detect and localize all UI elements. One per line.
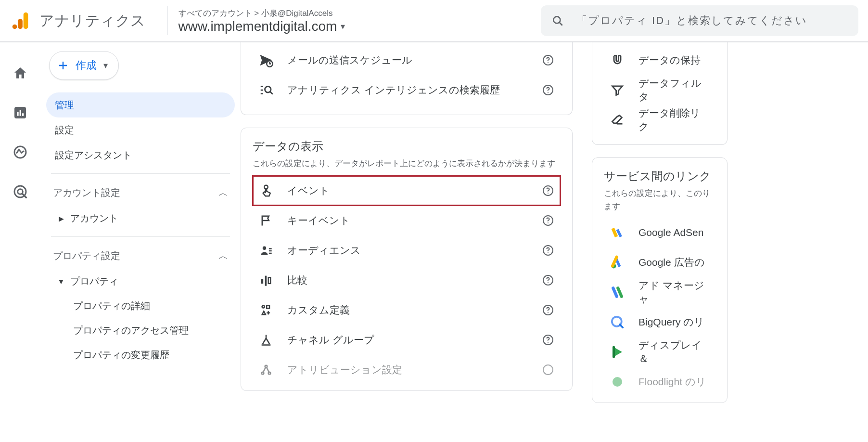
- group-property-header[interactable]: プロパティ設定 ︿: [46, 243, 235, 269]
- svg-point-27: [548, 252, 549, 253]
- svg-point-24: [548, 222, 549, 223]
- svg-point-33: [262, 306, 265, 308]
- search-input[interactable]: 「プロパティ ID」と検索してみてください: [541, 5, 858, 36]
- chevron-up-icon: ︿: [218, 249, 228, 262]
- help-icon[interactable]: [541, 244, 555, 257]
- sidebar-item-property-history[interactable]: プロパティの変更履歴: [46, 343, 235, 367]
- row-bigquery-link[interactable]: BigQuery のリ: [604, 307, 715, 337]
- row-label: データの保持: [638, 53, 710, 67]
- help-icon[interactable]: [541, 53, 555, 67]
- row-data-delete[interactable]: データ削除リク: [604, 105, 715, 135]
- row-data-filter[interactable]: データフィルタ: [604, 75, 715, 105]
- svg-rect-28: [261, 279, 264, 284]
- plus-icon: [57, 60, 69, 71]
- row-mail-schedule[interactable]: メールの送信スケジュール: [253, 45, 561, 75]
- help-icon[interactable]: [541, 184, 555, 197]
- sidebar-item-label: プロパティ: [70, 275, 118, 288]
- svg-rect-29: [265, 276, 267, 286]
- sidebar-item-label: 管理: [55, 99, 74, 112]
- row-search-history[interactable]: アナリティクス インテリジェンスの検索履歴: [253, 75, 561, 105]
- help-icon[interactable]: [541, 214, 555, 227]
- svg-point-2: [13, 25, 17, 29]
- row-audiences[interactable]: オーディエンス: [253, 235, 561, 265]
- row-data-retention[interactable]: データの保持: [604, 45, 715, 75]
- group-account-header[interactable]: アカウント設定 ︿: [46, 180, 235, 206]
- attribution-icon: [258, 363, 274, 377]
- panel-desc: これらの設定により、このります: [604, 187, 715, 213]
- audiences-icon: [258, 244, 274, 257]
- svg-rect-6: [17, 112, 18, 116]
- svg-point-39: [262, 372, 264, 375]
- row-key-events[interactable]: キーイベント: [253, 206, 561, 235]
- triangle-down-icon: ▼: [58, 278, 64, 286]
- sidebar-item-property-details[interactable]: プロパティの詳細: [46, 294, 235, 318]
- sidebar-item-label: プロパティのアクセス管理: [73, 324, 189, 337]
- top-header: アナリティクス すべてのアカウント > 小泉@DigitalAccels www…: [0, 0, 868, 42]
- row-adsense-link[interactable]: Google AdSen: [604, 218, 715, 247]
- svg-rect-30: [268, 277, 271, 284]
- dv360-icon: [610, 345, 625, 359]
- divider: [51, 236, 230, 237]
- breadcrumb: すべてのアカウント > 小泉@DigitalAccels: [179, 8, 345, 19]
- row-custom-definitions[interactable]: カスタム定義: [253, 295, 561, 325]
- svg-line-4: [560, 23, 562, 26]
- sidebar-item-label: 設定アシスタント: [55, 149, 132, 162]
- rail-home-icon[interactable]: [12, 65, 29, 82]
- row-floodlight-link[interactable]: Floodlight のリ: [604, 367, 715, 397]
- help-icon[interactable]: [541, 303, 555, 317]
- create-button[interactable]: 作成 ▾: [49, 51, 119, 80]
- custom-def-icon: [258, 303, 274, 317]
- panel-title: サービス間のリンク: [604, 169, 715, 184]
- row-ads-link[interactable]: Google 広告の: [604, 247, 715, 277]
- row-attribution[interactable]: アトリビューション設定: [253, 355, 561, 385]
- panel-data-right-top: データの保持 データフィルタ データ削除リク: [592, 42, 728, 145]
- svg-rect-8: [22, 113, 24, 116]
- group-label: アカウント設定: [53, 186, 120, 199]
- sidebar-item-property[interactable]: ▼ プロパティ: [46, 269, 235, 294]
- rail-reports-icon[interactable]: [12, 104, 29, 121]
- floodlight-icon: [610, 375, 625, 389]
- sidebar-item-account[interactable]: ▶ アカウント: [46, 206, 235, 231]
- svg-point-19: [548, 92, 549, 93]
- svg-point-16: [548, 62, 549, 63]
- svg-point-3: [553, 16, 560, 23]
- ad-manager-icon: [610, 285, 625, 299]
- svg-point-17: [265, 87, 271, 93]
- caret-down-icon: ▾: [103, 60, 108, 71]
- rail-advertising-icon[interactable]: [12, 183, 29, 200]
- divider: [51, 173, 230, 174]
- svg-rect-34: [267, 306, 269, 309]
- help-icon[interactable]: [541, 273, 555, 287]
- row-label: Google AdSen: [638, 227, 710, 238]
- sidebar-item-settings[interactable]: 設定: [46, 117, 235, 143]
- help-icon[interactable]: [541, 83, 555, 97]
- chevron-up-icon: ︿: [218, 186, 228, 199]
- panel-data-display: データの表示 これらの設定により、データがレポート上にどのように表示されるかが決…: [241, 128, 573, 391]
- main-content: メールの送信スケジュール アナリティクス インテリジェンスの検索履歴: [241, 42, 868, 403]
- row-compare[interactable]: 比較: [253, 265, 561, 295]
- svg-point-25: [263, 247, 266, 250]
- sidebar-item-property-access[interactable]: プロパティのアクセス管理: [46, 318, 235, 343]
- row-admanager-link[interactable]: アド マネージャ: [604, 277, 715, 307]
- row-label: アナリティクス インテリジェンスの検索履歴: [287, 83, 528, 97]
- sidebar-item-assistant[interactable]: 設定アシスタント: [46, 143, 235, 168]
- row-events[interactable]: イベント: [253, 176, 561, 206]
- svg-point-22: [548, 193, 549, 194]
- flag-icon: [258, 214, 274, 227]
- svg-point-32: [548, 282, 549, 283]
- row-display-video-link[interactable]: ディスプレイ＆: [604, 337, 715, 367]
- help-icon[interactable]: [541, 333, 555, 347]
- help-icon[interactable]: [541, 363, 555, 377]
- row-label: データフィルタ: [638, 77, 710, 104]
- rail-explore-icon[interactable]: [12, 143, 29, 161]
- property-switcher[interactable]: すべてのアカウント > 小泉@DigitalAccels www.impleme…: [179, 8, 345, 34]
- row-channel-group[interactable]: チャネル グループ: [253, 325, 561, 355]
- analytics-logo-icon: [10, 10, 32, 32]
- schedule-send-icon: [258, 53, 274, 67]
- panel-title: データの表示: [253, 139, 561, 154]
- sidebar-item-admin[interactable]: 管理: [46, 92, 235, 117]
- row-label: Google 広告の: [638, 256, 710, 269]
- panel-product-links: サービス間のリンク これらの設定により、このります Google AdSen: [592, 157, 728, 403]
- panel-desc: これらの設定により、データがレポート上にどのように表示されるかが決まります: [253, 157, 561, 170]
- row-label: BigQuery のリ: [638, 315, 710, 329]
